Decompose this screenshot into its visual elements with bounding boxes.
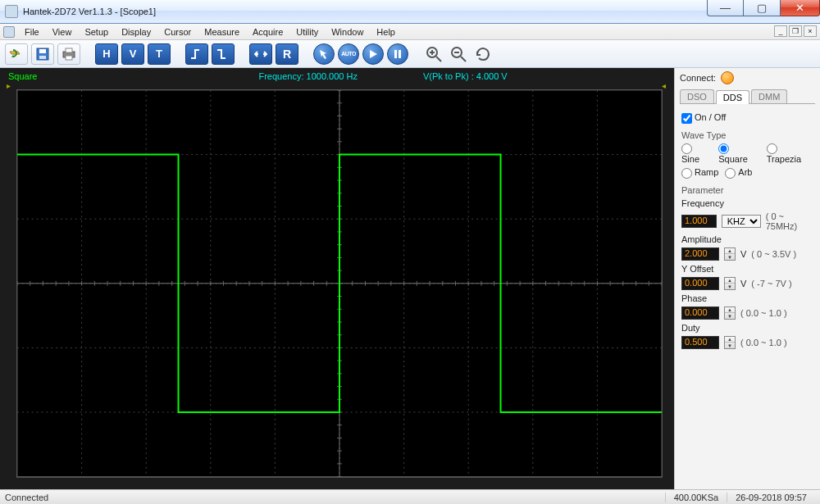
minimize-button[interactable]: — — [707, 0, 744, 16]
falling-edge-icon — [216, 48, 230, 60]
status-datetime: 26-09-2018 09:57 — [727, 493, 815, 502]
svg-line-13 — [461, 57, 466, 61]
vertical-button[interactable]: V — [121, 43, 144, 65]
menu-display[interactable]: Display — [115, 25, 157, 39]
connect-indicator-icon — [721, 71, 734, 84]
window-title: Hantek-2D72 Ver1.1.3 - [Scope1] — [23, 7, 156, 16]
menu-window[interactable]: Window — [325, 25, 370, 39]
svg-rect-2 — [39, 56, 46, 59]
yoffset-label: Y Offset — [681, 264, 813, 274]
radio-sine[interactable] — [681, 143, 692, 154]
dds-panel: On / Off Wave Type Sine Square Trapezia … — [680, 106, 815, 356]
status-bar: Connected 400.00KSa 26-09-2018 09:57 — [0, 489, 820, 504]
cursor-tool-button[interactable] — [313, 43, 335, 65]
duty-label: Duty — [681, 323, 813, 333]
close-button[interactable]: ✕ — [781, 0, 820, 16]
svg-rect-5 — [66, 56, 72, 60]
horizontal-button[interactable]: H — [95, 43, 118, 65]
amplitude-spinner[interactable]: ▲▼ — [724, 247, 736, 261]
radio-arb[interactable] — [725, 168, 736, 179]
onoff-text: On / Off — [695, 112, 726, 122]
fit-button[interactable] — [249, 43, 272, 65]
svg-rect-4 — [66, 48, 72, 52]
amplitude-input[interactable]: 2.000 — [681, 247, 719, 261]
frequency-hint: ( 0 ~ 75MHz) — [766, 211, 813, 231]
yoffset-input[interactable]: 0.000 — [681, 277, 719, 290]
print-button[interactable] — [57, 43, 80, 65]
frequency-label: Frequency — [681, 198, 813, 208]
open-button[interactable] — [5, 43, 28, 65]
menu-acquire[interactable]: Acquire — [246, 25, 289, 39]
maximize-button[interactable]: ▢ — [744, 0, 781, 16]
scope-canvas[interactable] — [16, 89, 663, 478]
menu-cursor[interactable]: Cursor — [157, 25, 198, 39]
menu-help[interactable]: Help — [370, 25, 402, 39]
menu-view[interactable]: View — [46, 25, 79, 39]
amplitude-hint: ( 0 ~ 3.5V ) — [751, 249, 796, 259]
yoffset-unit: V — [740, 279, 746, 288]
vpp-readout: V(Pk to Pk) : 4.000 V — [423, 71, 508, 81]
zoom-out-button[interactable] — [448, 43, 469, 65]
app-icon-small — [3, 26, 15, 38]
run-button[interactable] — [362, 43, 384, 65]
rising-edge-button[interactable] — [185, 43, 208, 65]
tab-dds[interactable]: DDS — [716, 90, 749, 104]
tab-dso[interactable]: DSO — [680, 89, 714, 103]
radio-square[interactable] — [718, 143, 729, 154]
menu-utility[interactable]: Utility — [289, 25, 325, 39]
radio-trapezia-label[interactable]: Trapezia — [767, 143, 813, 165]
onoff-checkbox-label[interactable]: On / Off — [681, 112, 813, 124]
duty-spinner[interactable]: ▲▼ — [724, 336, 736, 349]
reset-button[interactable]: R — [276, 43, 298, 65]
amplitude-label: Amplitude — [681, 234, 813, 244]
main-area: Square Frequency: 1000.000 Hz V(Pk to Pk… — [0, 68, 820, 489]
save-button[interactable] — [31, 43, 54, 65]
duty-input[interactable]: 0.500 — [681, 336, 719, 349]
ruler-marker-right: ◂ — [662, 81, 666, 90]
phase-hint: ( 0.0 ~ 1.0 ) — [740, 308, 787, 318]
radio-ramp-label[interactable]: Ramp — [681, 167, 718, 179]
toolbar: H V T R AUTO — [0, 40, 820, 68]
mdi-close-button[interactable]: × — [804, 25, 817, 37]
pause-button[interactable] — [387, 43, 408, 65]
tab-dmm[interactable]: DMM — [751, 89, 787, 103]
falling-edge-button[interactable] — [212, 43, 235, 65]
menu-file[interactable]: File — [18, 25, 46, 39]
wave-type-label: Wave Type — [681, 130, 813, 140]
mdi-restore-button[interactable]: ❐ — [789, 25, 802, 37]
refresh-button[interactable] — [472, 43, 494, 65]
zoom-out-icon — [449, 45, 467, 63]
open-icon — [9, 48, 24, 61]
window-controls: — ▢ ✕ — [707, 0, 820, 16]
phase-input[interactable]: 0.000 — [681, 306, 719, 320]
svg-line-9 — [436, 57, 441, 61]
frequency-unit-select[interactable]: KHZ — [722, 215, 761, 228]
radio-sine-label[interactable]: Sine — [681, 143, 712, 165]
save-icon — [36, 48, 49, 61]
pause-icon — [393, 49, 403, 59]
radio-arb-label[interactable]: Arb — [725, 167, 752, 179]
svg-rect-6 — [394, 50, 397, 58]
side-panel: Connect: DSO DDS DMM On / Off Wave Type … — [674, 68, 820, 489]
connect-label: Connect: — [680, 73, 716, 83]
mdi-minimize-button[interactable]: _ — [774, 25, 787, 37]
window-titlebar: Hantek-2D72 Ver1.1.3 - [Scope1] — ▢ ✕ — [0, 0, 820, 24]
frequency-input[interactable]: 1.000 — [681, 215, 717, 228]
scope-waveform — [17, 90, 662, 477]
wave-shape-label: Square — [8, 71, 37, 81]
radio-trapezia[interactable] — [767, 143, 777, 154]
mdi-controls: _ ❐ × — [774, 25, 817, 37]
scope-panel: Square Frequency: 1000.000 Hz V(Pk to Pk… — [0, 68, 674, 489]
parameter-label: Parameter — [681, 185, 813, 195]
onoff-checkbox[interactable] — [681, 113, 692, 124]
phase-spinner[interactable]: ▲▼ — [724, 306, 736, 320]
menu-setup[interactable]: Setup — [78, 25, 115, 39]
menu-measure[interactable]: Measure — [198, 25, 246, 39]
radio-ramp[interactable] — [681, 168, 692, 179]
ruler-top: ▸ ◂ — [16, 81, 663, 86]
zoom-in-button[interactable] — [423, 43, 444, 65]
trigger-button[interactable]: T — [148, 43, 171, 65]
auto-button[interactable]: AUTO — [338, 43, 359, 65]
radio-square-label[interactable]: Square — [718, 143, 759, 165]
yoffset-spinner[interactable]: ▲▼ — [724, 277, 736, 290]
